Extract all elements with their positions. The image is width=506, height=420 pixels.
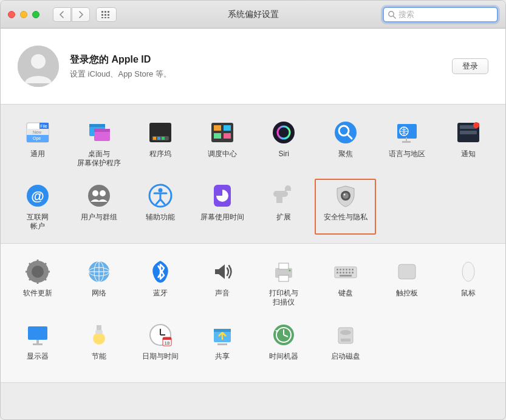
svg-rect-85 [340,272,341,274]
pref-label: 时间机器 [269,352,298,370]
extensions-icon [270,182,297,209]
svg-rect-84 [337,272,338,274]
search-icon [388,10,396,19]
pref-dock[interactable]: 程序坞 [130,115,191,171]
svg-rect-7 [104,17,106,18]
svg-rect-82 [349,269,350,270]
svg-rect-22 [89,124,105,127]
pref-printers[interactable]: 打印机与 扫描仪 [253,255,315,311]
pref-label: 通知 [461,150,476,168]
pref-energy[interactable]: 节能 [68,318,129,374]
svg-rect-97 [97,325,101,330]
pref-timemachine[interactable]: 时间机器 [253,318,315,374]
svg-point-36 [335,122,357,143]
svg-rect-95 [33,343,43,345]
pref-security[interactable]: 安全性与隐私 [315,179,376,235]
spotlight-icon [332,119,359,146]
screentime-icon [209,182,236,209]
svg-rect-0 [101,11,103,13]
pref-label: 网络 [92,289,106,307]
system-preferences-window: 系统偏好设置 登录您的 Apple ID 设置 iCloud、App Store… [0,0,506,420]
svg-rect-93 [28,326,47,340]
svg-rect-27 [157,137,160,140]
svg-rect-94 [36,340,39,343]
pref-spotlight[interactable]: 聚焦 [315,115,376,171]
pref-language[interactable]: 语言与地区 [376,115,437,171]
svg-rect-78 [337,269,338,270]
pref-internet[interactable]: @互联网 帐户 [7,179,68,235]
svg-point-57 [343,194,345,196]
pref-label: 调度中心 [208,150,237,168]
pref-siri[interactable]: Siri [253,115,315,171]
pref-mouse[interactable]: 鼠标 [438,255,499,311]
pref-label: 语言与地区 [389,150,425,168]
close-window-button[interactable] [8,11,15,18]
energy-icon [86,322,112,348]
svg-rect-112 [341,339,350,342]
pref-startup[interactable]: 启动磁盘 [315,318,376,374]
svg-rect-1 [104,11,106,13]
svg-rect-33 [224,133,231,139]
svg-rect-106 [214,329,231,332]
pref-extensions[interactable]: 扩展 [253,179,315,235]
pref-trackpad[interactable]: 触控板 [376,255,437,311]
pref-accessibility[interactable]: 辅助功能 [130,179,191,235]
svg-point-53 [159,188,163,193]
pref-sound[interactable]: 声音 [191,255,253,311]
svg-text:18: 18 [165,340,170,346]
mouse-icon [455,258,482,285]
svg-text:@: @ [31,188,44,204]
sign-in-button[interactable]: 登录 [452,58,488,74]
accessibility-icon [147,182,174,209]
pref-desktop[interactable]: 桌面与 屏幕保护程序 [68,115,129,171]
pref-general[interactable]: FileNewOpe通用 [7,115,68,171]
pref-bluetooth[interactable]: 蓝牙 [130,255,191,311]
svg-text:New: New [33,130,42,134]
svg-point-76 [289,270,291,272]
back-button[interactable] [53,7,71,22]
pref-label: 键盘 [338,289,353,307]
pref-datetime[interactable]: 18日期与时间 [130,318,191,374]
pref-update[interactable]: 软件更新 [7,255,68,311]
svg-rect-90 [340,275,352,277]
svg-rect-4 [104,14,106,16]
svg-rect-89 [352,272,354,274]
pref-label: 打印机与 扫描仪 [269,289,298,307]
search-input[interactable] [398,10,501,19]
general-icon: FileNewOpe [24,119,51,146]
show-all-button[interactable] [96,7,117,22]
svg-rect-86 [343,272,344,274]
minimize-window-button[interactable] [20,11,27,18]
search-field-wrap[interactable] [383,7,498,22]
pref-label: 用户与群组 [81,213,117,231]
svg-point-92 [462,262,474,281]
svg-point-96 [93,332,105,345]
svg-rect-74 [279,263,289,269]
pref-users[interactable]: 用户与群组 [68,179,129,235]
pref-label: 桌面与 屏幕保护程序 [77,150,121,168]
pref-label: 蓝牙 [153,289,168,307]
pref-label: 互联网 帐户 [27,213,49,231]
pref-sharing[interactable]: 共享 [191,318,253,374]
zoom-window-button[interactable] [32,11,39,18]
forward-button[interactable] [72,7,90,22]
printers-icon [270,258,297,285]
pref-mission[interactable]: 调度中心 [191,115,253,171]
pref-network[interactable]: 网络 [68,255,129,311]
pref-notifications[interactable]: 通知 [438,115,499,171]
pref-label: 安全性与隐私 [324,213,368,231]
apple-id-banner: 登录您的 Apple ID 设置 iCloud、App Store 等。 登录 [1,29,505,105]
svg-point-12 [31,54,46,69]
keyboard-icon [332,258,359,285]
pref-label: 声音 [215,289,230,307]
svg-rect-81 [346,269,347,270]
trackpad-icon [394,258,420,285]
nav-buttons [53,7,90,22]
pref-label: 启动磁盘 [331,352,360,370]
pref-label: 通用 [30,150,45,168]
pref-screentime[interactable]: 屏幕使用时间 [191,179,253,235]
avatar [18,46,59,87]
pref-keyboard[interactable]: 键盘 [315,255,376,311]
svg-rect-91 [398,264,415,279]
pref-displays[interactable]: 显示器 [7,318,68,374]
